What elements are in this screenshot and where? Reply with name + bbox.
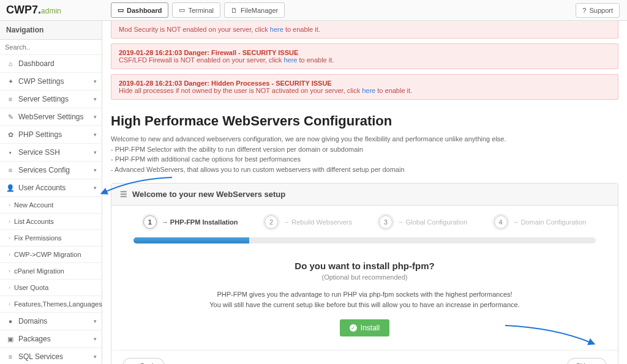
dashboard-button-label: Dashboard (127, 7, 162, 14)
filemanager-button-label: FileManager (241, 7, 278, 14)
sub-features-themes-label: Features,Themes,Languages (14, 300, 102, 308)
install-desc-1: PHP-FPM gives you the advantage to run P… (136, 289, 593, 300)
terminal-button[interactable]: ▭Terminal (172, 2, 220, 18)
nav-user-accounts[interactable]: 👤User Accounts▾ (0, 179, 102, 197)
install-button-label: Install (361, 324, 380, 332)
install-button[interactable]: ✓ Install (340, 319, 389, 336)
sub-user-quota[interactable]: ›User Quota (0, 280, 102, 296)
chevron-down-icon: ▾ (94, 149, 97, 155)
check-icon: ✓ (350, 324, 357, 332)
step-2-num: 2 (265, 215, 278, 229)
support-label: Support (589, 7, 613, 14)
alert-1-link[interactable]: here (283, 56, 297, 64)
page-title: High Performace WebServers Configuration (111, 113, 618, 129)
nav-webserver-settings-label: WebServer Settings (18, 113, 84, 121)
help-icon: ? (582, 7, 586, 14)
nav-service-ssh[interactable]: ▪Service SSH▾ (0, 144, 102, 162)
chevron-right-icon: › (9, 202, 10, 208)
skip-button[interactable]: Skip → (567, 358, 607, 364)
sub-cwp-migration-label: CWP->CWP Migration (14, 251, 81, 258)
chevron-down-icon: ▾ (94, 132, 97, 138)
terminal-button-label: Terminal (188, 7, 214, 14)
chevron-down-icon: ▾ (94, 78, 97, 84)
support-button[interactable]: ? Support (576, 3, 620, 18)
chevron-down-icon: ▾ (94, 185, 97, 191)
filemanager-button-icon: 🗋 (231, 7, 238, 14)
chevron-down-icon: ▾ (94, 336, 97, 342)
alert-2-title: 2019-01-28 16:21:03 Danger: Hidden Proce… (119, 80, 610, 87)
chevron-right-icon: › (9, 251, 10, 258)
step-3[interactable]: 3→ Global Configuration (379, 215, 467, 229)
alert-2-body: Hide all processes if not owned by the u… (119, 87, 610, 94)
nav-sql-services-label: SQL Services (18, 352, 63, 361)
wizard-header: Welcome to your new WebServers setup (132, 190, 285, 199)
sidebar: Navigation ⌂Dashboard✦CWP Settings▾≡Serv… (0, 21, 102, 364)
nav-packages[interactable]: ▣Packages▾ (0, 330, 102, 348)
sub-fix-permissions-label: Fix Permissions (14, 234, 62, 242)
terminal-button-icon: ▭ (179, 6, 185, 14)
nav-sql-services-icon: ≡ (6, 353, 15, 360)
alert-2-link[interactable]: here (362, 87, 375, 94)
progress-bar (133, 237, 596, 243)
search-input[interactable] (0, 40, 102, 55)
alert-2: 2019-01-28 16:21:03 Danger: Hidden Proce… (111, 74, 618, 100)
sub-fix-permissions[interactable]: ›Fix Permissions (0, 230, 102, 247)
alert-1-title: 2019-01-28 16:21:03 Danger: Firewall - S… (119, 49, 610, 56)
chevron-down-icon: ▾ (94, 96, 97, 102)
nav-title: Navigation (0, 21, 102, 40)
chevron-down-icon: ▾ (94, 114, 97, 120)
dashboard-button-icon: ▭ (118, 6, 124, 14)
dashboard-button[interactable]: ▭Dashboard (111, 2, 168, 18)
step-3-num: 3 (379, 215, 392, 229)
nav-dashboard[interactable]: ⌂Dashboard (0, 55, 102, 73)
nav-cwp-settings-icon: ✦ (6, 78, 15, 86)
sub-new-account-label: New Account (14, 201, 53, 209)
step-1-num: 1 (143, 215, 157, 229)
sub-cwp-migration[interactable]: ›CWP->CWP Migration (0, 247, 102, 263)
nav-cwp-settings-label: CWP Settings (18, 77, 64, 86)
nav-service-ssh-label: Service SSH (18, 148, 60, 157)
alert-1-body: CSF/LFD Firewall is NOT enabled on your … (119, 56, 610, 64)
filemanager-button[interactable]: 🗋FileManager (224, 2, 285, 18)
nav-service-ssh-icon: ▪ (6, 149, 15, 156)
nav-php-settings[interactable]: ✿PHP Settings▾ (0, 126, 102, 144)
nav-dashboard-label: Dashboard (18, 59, 54, 68)
nav-domains-label: Domains (18, 317, 47, 325)
chevron-down-icon: ▾ (94, 354, 97, 360)
page-description: Welcome to new and advanced webservers c… (111, 134, 618, 174)
back-button[interactable]: ← Back (122, 358, 165, 364)
nav-services-config-label: Services Config (18, 166, 70, 174)
alert-0: Mod Security is NOT enabled on your serv… (111, 21, 618, 39)
sub-new-account[interactable]: ›New Account (0, 197, 102, 214)
nav-webserver-settings[interactable]: ✎WebServer Settings▾ (0, 108, 102, 126)
nav-domains[interactable]: ●Domains▾ (0, 313, 102, 330)
chevron-right-icon: › (9, 218, 10, 225)
alert-0-link[interactable]: here (270, 26, 283, 33)
sub-user-quota-label: User Quota (14, 284, 48, 291)
chevron-right-icon: › (9, 301, 10, 307)
sub-cpanel-migration[interactable]: ›cPanel Migration (0, 263, 102, 280)
step-1[interactable]: 1→ PHP-FPM Installation (143, 215, 238, 229)
brand-logo: CWP7.admin (0, 4, 102, 17)
nav-services-config[interactable]: ≡Services Config▾ (0, 162, 102, 179)
step-3-label: → Global Configuration (397, 218, 467, 226)
nav-domains-icon: ● (6, 318, 15, 325)
nav-cwp-settings[interactable]: ✦CWP Settings▾ (0, 73, 102, 91)
nav-sql-services[interactable]: ≡SQL Services▾ (0, 348, 102, 364)
chevron-right-icon: › (9, 284, 10, 291)
sub-cpanel-migration-label: cPanel Migration (14, 267, 64, 275)
step-2[interactable]: 2→ Rebuild Webservers (265, 215, 352, 229)
nav-webserver-settings-icon: ✎ (6, 113, 15, 121)
step-4[interactable]: 4→ Domain Configuration (494, 215, 586, 229)
step-4-label: → Domain Configuration (512, 218, 586, 226)
sub-features-themes[interactable]: ›Features,Themes,Languages (0, 296, 102, 313)
nav-server-settings[interactable]: ≡Server Settings▾ (0, 91, 102, 108)
chevron-right-icon: › (9, 268, 10, 274)
sub-list-accounts[interactable]: ›List Accounts (0, 214, 102, 230)
nav-user-accounts-label: User Accounts (18, 184, 66, 192)
nav-user-accounts-icon: 👤 (6, 184, 15, 192)
nav-server-settings-label: Server Settings (18, 95, 69, 103)
install-optional: (Optional but recommended) (136, 273, 593, 281)
settings-icon: ☰ (120, 190, 127, 199)
install-title: Do you want to install php-fpm? (136, 261, 593, 271)
